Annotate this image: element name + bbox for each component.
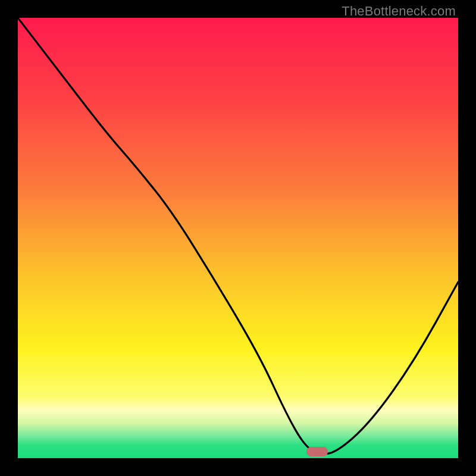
bottleneck-curve	[18, 18, 458, 458]
chart-container: TheBottleneck.com	[0, 0, 476, 476]
curve-path	[18, 18, 458, 454]
plot-area	[18, 18, 458, 458]
optimal-point-marker	[306, 447, 328, 456]
watermark-label: TheBottleneck.com	[342, 4, 456, 19]
